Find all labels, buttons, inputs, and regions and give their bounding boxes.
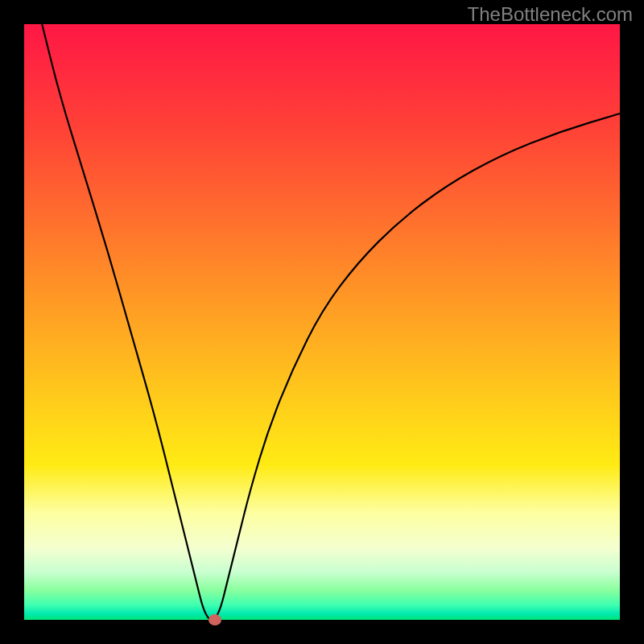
bottleneck-curve — [24, 24, 620, 620]
plot-area — [24, 24, 620, 620]
curve-path — [42, 24, 620, 620]
chart-container: TheBottleneck.com — [0, 0, 644, 644]
optimal-point-marker — [208, 614, 221, 625]
attribution-text: TheBottleneck.com — [468, 3, 633, 26]
